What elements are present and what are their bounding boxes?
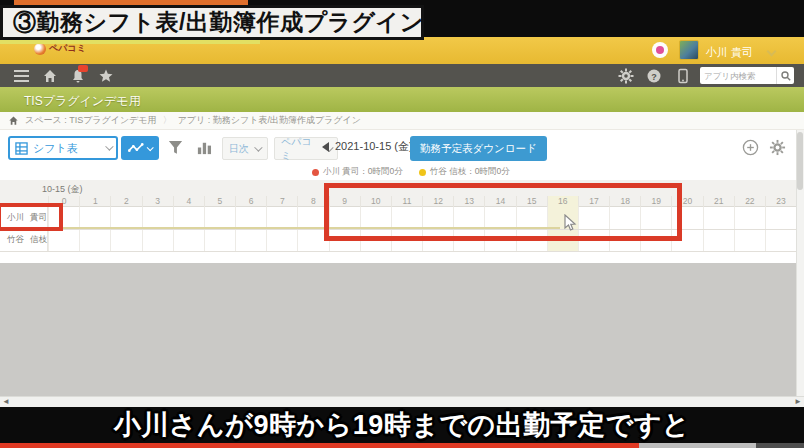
shift-slot-cell[interactable] xyxy=(235,207,266,229)
shift-slot-cell[interactable] xyxy=(235,230,266,252)
shift-slot-cell[interactable] xyxy=(48,230,79,252)
hamburger-icon[interactable] xyxy=(14,68,30,84)
shift-slot-cell[interactable] xyxy=(734,230,765,252)
filter-icon[interactable] xyxy=(167,139,184,156)
search-icon[interactable] xyxy=(776,67,794,84)
current-date: 2021-10-15 (金) xyxy=(335,139,413,154)
group-dropdown-value: ペパコミ xyxy=(281,135,320,163)
shift-slot-cell[interactable] xyxy=(765,230,796,252)
hour-label: 6 xyxy=(235,196,266,207)
table-view-icon xyxy=(15,142,28,155)
video-progress-bar[interactable] xyxy=(0,443,804,448)
breadcrumb-home-icon[interactable] xyxy=(8,115,19,126)
legend-item: 竹谷 信枝：0時間0分 xyxy=(419,166,510,178)
gear-icon[interactable] xyxy=(618,68,634,84)
settings-gear-icon[interactable] xyxy=(769,139,786,156)
shift-slot-cell[interactable] xyxy=(765,207,796,229)
hour-label: 21 xyxy=(703,196,734,207)
hour-label: 7 xyxy=(266,196,297,207)
video-title: ③勤務シフト表/出勤簿作成プラグイン xyxy=(13,7,424,38)
bar-chart-icon[interactable] xyxy=(196,139,213,156)
space-title[interactable]: TISプラグインデモ用 xyxy=(24,93,141,110)
mouse-cursor xyxy=(563,214,577,232)
prev-day-button[interactable] xyxy=(322,142,329,152)
shift-slot-cell[interactable] xyxy=(266,230,297,252)
home-icon[interactable] xyxy=(42,68,58,84)
video-caption: 小川さんが9時から19時までの出勤予定ですと xyxy=(114,407,690,443)
graph-chevron-down-icon xyxy=(147,144,154,151)
title-underline xyxy=(0,40,260,44)
legend-label: 竹谷 信枝：0時間0分 xyxy=(430,166,510,178)
shift-slot-cell[interactable] xyxy=(703,207,734,229)
hour-label: 23 xyxy=(765,196,796,207)
highlight-box-hours-9-19 xyxy=(324,183,682,241)
scroll-left-icon[interactable]: ◄ xyxy=(2,398,10,406)
add-record-icon[interactable] xyxy=(742,139,759,156)
employee-name: 竹谷信枝 xyxy=(0,230,48,252)
hour-label: 4 xyxy=(173,196,204,207)
hour-label: 22 xyxy=(734,196,765,207)
shift-slot-cell[interactable] xyxy=(204,230,235,252)
legend-dot-icon xyxy=(312,169,319,176)
highlight-box-employee xyxy=(0,203,63,231)
shift-slot-cell[interactable] xyxy=(266,207,297,229)
search-input[interactable] xyxy=(700,71,776,81)
shift-slot-cell[interactable] xyxy=(110,207,141,229)
hour-label: 3 xyxy=(142,196,173,207)
video-progress-buffered xyxy=(639,443,756,448)
svg-text:?: ? xyxy=(651,72,657,82)
shift-slot-cell[interactable] xyxy=(110,230,141,252)
avatar[interactable] xyxy=(679,40,699,60)
brand-logo-icon xyxy=(34,43,46,55)
view-tools: ••• xyxy=(742,139,804,156)
scroll-right-icon[interactable]: ► xyxy=(794,398,802,406)
shift-slot-cell[interactable] xyxy=(79,230,110,252)
view-selector-chevron-down-icon xyxy=(105,142,113,150)
breadcrumb: スペース : TISプラグインデモ用 〉 アプリ : 勤務シフト表/出勤簿作成プ… xyxy=(0,112,804,130)
breadcrumb-space-link[interactable]: スペース : TISプラグインデモ用 xyxy=(25,114,157,127)
shift-slot-cell[interactable] xyxy=(204,207,235,229)
period-dropdown[interactable]: 日次 xyxy=(222,137,268,160)
in-app-search xyxy=(700,67,794,84)
period-dropdown-value: 日次 xyxy=(229,142,249,156)
notification-icon[interactable] xyxy=(652,42,668,58)
shift-slot-cell[interactable] xyxy=(142,230,173,252)
screenshot-stage: ③勤務シフト表/出勤簿作成プラグイン ペパコミ 小川 貴司 ? TISプラグイン… xyxy=(0,0,804,448)
video-progress-played xyxy=(0,443,639,448)
shift-slot-cell[interactable] xyxy=(142,207,173,229)
shift-slot-cell[interactable] xyxy=(79,207,110,229)
vertical-scrollbar-thumb[interactable] xyxy=(797,132,803,190)
shift-legend: 小川 貴司：0時間0分竹谷 信枝：0時間0分 xyxy=(312,166,510,178)
hour-label: 5 xyxy=(204,196,235,207)
horizontal-scrollbar[interactable]: ◄ ► xyxy=(0,396,804,407)
breadcrumb-separator: 〉 xyxy=(163,114,172,127)
legend-item: 小川 貴司：0時間0分 xyxy=(312,166,403,178)
legend-dot-icon xyxy=(419,169,426,176)
download-schedule-button[interactable]: 勤務予定表ダウンロード xyxy=(410,136,547,161)
hour-label: 1 xyxy=(79,196,110,207)
star-icon[interactable] xyxy=(98,68,114,84)
shift-slot-cell[interactable] xyxy=(703,230,734,252)
shift-slot-cell[interactable] xyxy=(734,207,765,229)
view-selector-value: シフト表 xyxy=(33,141,100,156)
period-chevron-down-icon xyxy=(254,143,262,151)
user-name[interactable]: 小川 貴司 xyxy=(706,45,753,60)
video-title-box: ③勤務シフト表/出勤簿作成プラグイン xyxy=(0,5,424,40)
empty-content-area xyxy=(0,263,804,396)
notification-badge xyxy=(78,65,88,72)
hour-label: 2 xyxy=(110,196,141,207)
help-icon[interactable]: ? xyxy=(646,68,662,84)
view-selector-dropdown[interactable]: シフト表 xyxy=(8,136,118,160)
video-caption-band: 小川さんが9時から19時までの出勤予定ですと xyxy=(0,407,804,443)
legend-label: 小川 貴司：0時間0分 xyxy=(323,166,403,178)
graph-button[interactable] xyxy=(121,136,159,160)
shift-slot-cell[interactable] xyxy=(173,230,204,252)
line-chart-icon xyxy=(128,142,144,154)
mobile-icon[interactable] xyxy=(675,68,691,84)
shift-slot-cell[interactable] xyxy=(173,207,204,229)
grid-date-header: 10-15 (金) xyxy=(42,183,83,196)
breadcrumb-app-link[interactable]: アプリ : 勤務シフト表/出勤簿作成プラグイン xyxy=(178,114,361,127)
